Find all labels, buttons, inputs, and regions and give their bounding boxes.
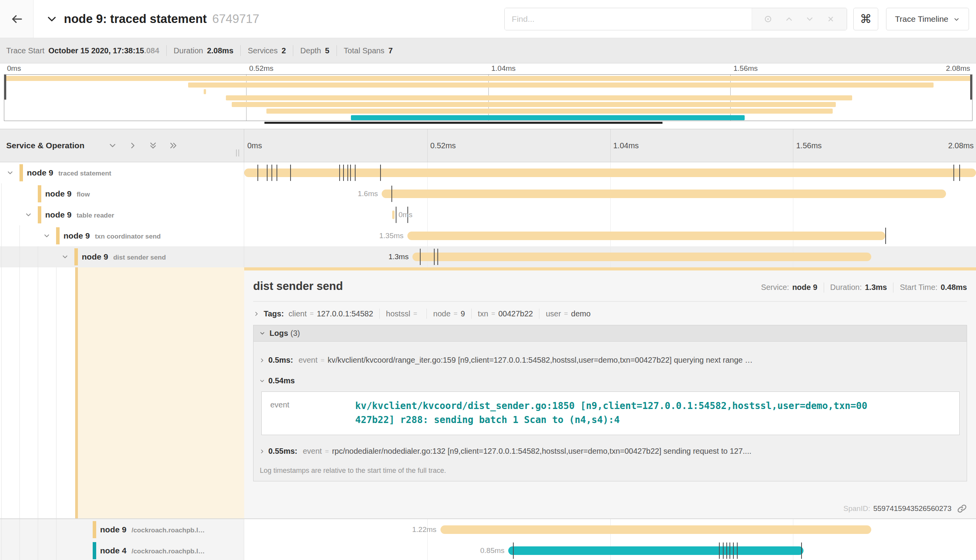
span-row-timeline[interactable]: 1.6ms bbox=[244, 183, 976, 204]
span-expander-icon[interactable] bbox=[43, 232, 51, 240]
span-color-chip bbox=[93, 542, 96, 559]
tree-guide bbox=[56, 267, 56, 518]
page-header: node 9: traced statement6749717 ⌘ Trace … bbox=[0, 0, 976, 38]
time-tick-label: 2.08ms bbox=[946, 64, 970, 73]
span-row-timeline[interactable]: 1.35ms bbox=[244, 225, 976, 246]
log-entry[interactable]: 0.5ms:event=kv/kvclient/kvcoord/range_it… bbox=[259, 356, 962, 365]
span-row[interactable]: node 9txn coordinator send1.35ms bbox=[0, 225, 976, 246]
find-input[interactable] bbox=[505, 8, 752, 30]
span-log-tick bbox=[737, 542, 738, 559]
stat-label: Start Time: bbox=[900, 283, 937, 292]
tree-guide bbox=[38, 519, 38, 540]
tag-equals: = bbox=[413, 310, 417, 318]
span-row-timeline[interactable]: 0ms bbox=[244, 204, 976, 225]
span-row[interactable]: node 9/cockroach.roachpb.I…1.22ms bbox=[0, 519, 976, 540]
find-next-icon[interactable] bbox=[805, 14, 814, 24]
span-log-tick bbox=[257, 165, 258, 181]
span-log-tick bbox=[339, 165, 340, 181]
tag-value: 00427b22 bbox=[498, 309, 533, 318]
span-log-tick bbox=[396, 207, 396, 223]
span-expander-icon[interactable] bbox=[25, 211, 32, 219]
log-entry[interactable]: 0.55ms:event=rpc/nodedialer/nodedialer.g… bbox=[259, 447, 962, 456]
span-duration-bar[interactable] bbox=[244, 169, 976, 177]
log-entry[interactable]: 0.54ms bbox=[259, 376, 962, 385]
span-row-timeline[interactable]: 1.3ms bbox=[244, 246, 976, 267]
minimap-viewport-indicator[interactable] bbox=[264, 122, 662, 124]
find-prev-icon[interactable] bbox=[784, 14, 794, 24]
minimap-span-bar bbox=[204, 89, 206, 94]
span-row[interactable]: node 9traced statement bbox=[0, 162, 976, 183]
span-duration-bar[interactable] bbox=[440, 525, 872, 534]
log-field-key: event bbox=[298, 356, 317, 365]
log-field-value: rpc/nodedialer/nodedialer.go:132 [n9,cli… bbox=[332, 447, 962, 456]
gridline bbox=[793, 204, 793, 225]
span-duration-bar[interactable] bbox=[392, 211, 395, 219]
stat-value: 1.3ms bbox=[865, 283, 887, 292]
span-row-name[interactable]: node 9txn coordinator send bbox=[0, 225, 244, 246]
back-button[interactable] bbox=[0, 0, 33, 38]
span-expander-icon[interactable] bbox=[61, 253, 69, 261]
find-controls bbox=[752, 8, 847, 30]
link-icon[interactable] bbox=[957, 504, 967, 514]
tag-equals: = bbox=[564, 310, 568, 318]
span-log-tick bbox=[801, 542, 802, 559]
minimap-scrubber-left[interactable] bbox=[4, 75, 6, 100]
span-row-timeline[interactable] bbox=[244, 162, 976, 183]
tree-guide bbox=[56, 519, 56, 540]
span-log-tick bbox=[885, 228, 886, 244]
span-log-tick bbox=[420, 249, 421, 265]
find-match-icon[interactable] bbox=[763, 14, 773, 24]
minimap-span-bar bbox=[226, 95, 852, 100]
span-row[interactable]: node 9dist sender send1.3ms bbox=[0, 246, 976, 267]
minimap-canvas[interactable] bbox=[4, 74, 972, 121]
keyboard-shortcuts-button[interactable]: ⌘ bbox=[853, 8, 878, 30]
span-row-timeline[interactable]: 0.85ms bbox=[244, 540, 976, 560]
span-detail-indent-block bbox=[75, 267, 244, 518]
span-row-timeline[interactable]: 1.22ms bbox=[244, 519, 976, 540]
collapse-all-icon[interactable] bbox=[148, 141, 158, 150]
logs-header[interactable]: Logs (3) bbox=[254, 325, 967, 342]
span-tags-row[interactable]: Tags: client=127.0.0.1:54582hostssl=node… bbox=[253, 309, 967, 319]
span-row[interactable]: node 4/cockroach.roachpb.I…0.85ms bbox=[0, 540, 976, 560]
trace-collapse-icon[interactable] bbox=[45, 12, 58, 26]
span-detail-left-gutter bbox=[0, 267, 244, 518]
minimap-tick-labels: 0ms0.52ms1.04ms1.56ms2.08ms bbox=[4, 64, 972, 74]
span-duration-bar[interactable] bbox=[412, 253, 871, 261]
span-duration-bar[interactable] bbox=[508, 546, 803, 555]
span-row-name[interactable]: node 4/cockroach.roachpb.I… bbox=[0, 540, 244, 560]
span-log-tick bbox=[290, 165, 291, 181]
tree-guide bbox=[19, 225, 20, 246]
span-id-label: SpanID: bbox=[844, 504, 870, 513]
span-log-tick bbox=[953, 165, 954, 181]
span-service-name: node 9traced statement bbox=[27, 168, 111, 177]
span-log-tick bbox=[267, 165, 268, 181]
expand-all-icon[interactable] bbox=[169, 141, 178, 150]
detail-divider bbox=[253, 301, 967, 302]
span-row-name[interactable]: node 9flow bbox=[0, 183, 244, 204]
span-row-name[interactable]: node 9table reader bbox=[0, 204, 244, 225]
collapse-one-icon[interactable] bbox=[108, 141, 117, 150]
span-duration-bar[interactable] bbox=[382, 190, 946, 198]
tag-key: user bbox=[546, 309, 561, 318]
span-row-name[interactable]: node 9traced statement bbox=[0, 162, 244, 183]
span-row-name[interactable]: node 9/cockroach.roachpb.I… bbox=[0, 519, 244, 540]
tag-value: 9 bbox=[461, 309, 465, 318]
span-expander-icon[interactable] bbox=[6, 169, 14, 177]
tree-guide bbox=[19, 519, 20, 540]
span-color-chip bbox=[56, 227, 60, 244]
summary-label: Duration bbox=[174, 46, 203, 55]
span-detail-card: dist sender send Service:node 9Duration:… bbox=[244, 267, 976, 518]
minimap-scrubber-right[interactable] bbox=[970, 75, 972, 100]
column-resizer[interactable] bbox=[236, 149, 239, 156]
stat-label: Service: bbox=[761, 283, 789, 292]
span-row-name[interactable]: node 9dist sender send bbox=[0, 246, 244, 267]
gridline bbox=[427, 204, 428, 225]
time-tick-label: 0.52ms bbox=[249, 64, 273, 73]
expand-one-icon[interactable] bbox=[128, 141, 137, 150]
summary-separator bbox=[166, 45, 167, 56]
span-row[interactable]: node 9table reader0ms bbox=[0, 204, 976, 225]
view-selector-button[interactable]: Trace Timeline bbox=[886, 8, 969, 30]
span-row[interactable]: node 9flow1.6ms bbox=[0, 183, 976, 204]
span-duration-bar[interactable] bbox=[407, 232, 885, 240]
find-clear-icon[interactable] bbox=[826, 14, 835, 24]
